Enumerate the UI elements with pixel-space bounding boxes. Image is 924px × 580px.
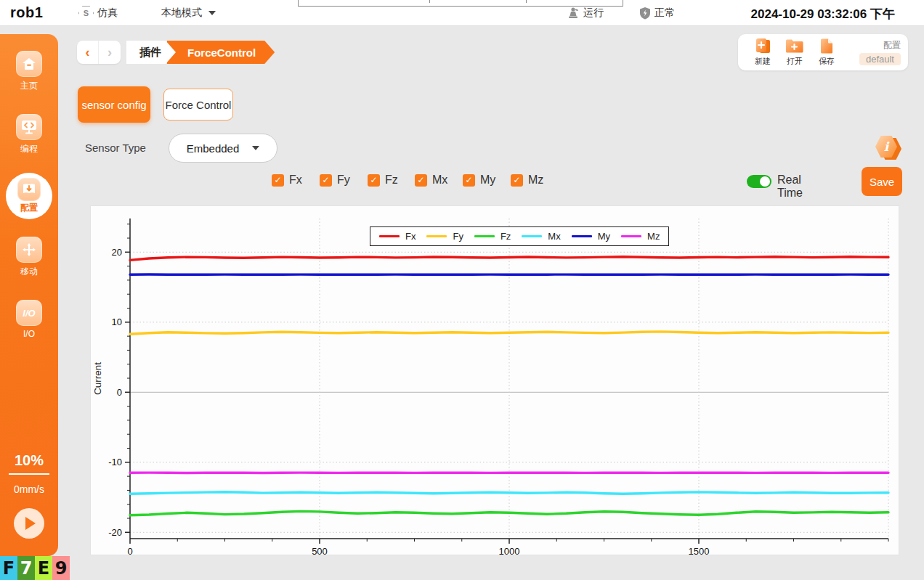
debug-square-1: F (0, 556, 17, 580)
series-line-fz (130, 511, 888, 515)
breadcrumb-plugin[interactable]: 插件 (126, 41, 176, 64)
top-bar: rob1 S 仿真 本地模式 运行 正常 2024-10-29 03:32:06… (0, 0, 924, 26)
simulation-indicator[interactable]: S 仿真 (78, 0, 118, 26)
legend-swatch (474, 235, 495, 238)
checkbox-mx[interactable]: Mx (415, 173, 447, 187)
play-button[interactable] (14, 508, 44, 539)
clock-timestamp: 2024-10-29 03:32:06 下午 (751, 6, 895, 23)
y-tick-label: 10 (112, 316, 122, 327)
save-file-icon (818, 38, 835, 55)
checkbox-fx[interactable]: Fx (272, 173, 302, 187)
config-icon (17, 178, 41, 201)
y-tick-label: -10 (108, 457, 122, 467)
chart-canvas[interactable]: 05001000150020100-10-20Current (91, 206, 900, 556)
checkbox-checked-icon (320, 174, 332, 187)
config-label: 配置 (883, 39, 901, 52)
y-tick-label: 0 (117, 387, 122, 398)
y-axis-title: Current (92, 362, 103, 395)
open-button[interactable]: 打开 (779, 38, 811, 67)
checkbox-label: Mx (432, 173, 447, 187)
legend-entry-fy: Fy (426, 231, 463, 242)
info-button[interactable]: i (875, 135, 901, 161)
play-icon (25, 517, 36, 530)
legend-label: Mx (548, 231, 560, 242)
new-label: 新建 (755, 56, 771, 67)
sidebar-item-programming[interactable]: 编程 (16, 114, 42, 155)
mode-label: 本地模式 (161, 7, 202, 20)
legend-entry-mz: Mz (621, 231, 660, 242)
x-tick-label: 1000 (499, 546, 520, 556)
legend-swatch (621, 235, 641, 238)
checkbox-checked-icon (463, 174, 475, 187)
sidebar-item-io[interactable]: I/O I/O (16, 300, 42, 339)
checkbox-fy[interactable]: Fy (320, 173, 350, 187)
realtime-label: Real Time (777, 173, 803, 200)
x-tick-label: 0 (127, 546, 132, 556)
legend-entry-my: My (572, 231, 610, 242)
speed-percent[interactable]: 10% (15, 452, 44, 469)
sensor-type-label: Sensor Type (85, 142, 146, 154)
y-tick-label: -20 (108, 527, 122, 538)
sidebar-item-label: 配置 (20, 202, 38, 214)
save-button[interactable]: Save (862, 167, 902, 196)
mode-dropdown[interactable]: 本地模式 (161, 0, 216, 26)
checkbox-label: Fy (337, 173, 350, 187)
main-content: ‹ › 插件 ForceControl 新建 打开 (70, 26, 924, 580)
open-label: 打开 (787, 56, 803, 67)
sensor-type-value: Embedded (187, 142, 240, 155)
legend-entry-fx: Fx (379, 231, 416, 242)
sidebar-item-home[interactable]: 主页 (16, 51, 42, 92)
new-button[interactable]: 新建 (747, 38, 779, 67)
legend-swatch (572, 235, 592, 238)
tab-sensor-config[interactable]: sensor config (78, 86, 150, 123)
y-tick-label: 20 (112, 247, 122, 258)
series-line-fx (130, 257, 888, 261)
open-folder-icon (785, 38, 805, 55)
force-chart: FxFyFzMxMyMz 05001000150020100-10-20Curr… (90, 205, 899, 555)
sidebar-item-label: I/O (23, 329, 35, 339)
sidebar-item-move[interactable]: 移动 (16, 237, 42, 278)
x-tick-label: 1500 (689, 546, 710, 556)
new-file-icon (753, 38, 772, 55)
divider (9, 473, 49, 475)
run-status[interactable]: 运行 (567, 0, 604, 26)
forward-button[interactable]: › (99, 41, 121, 64)
chevron-down-icon (208, 11, 216, 15)
tick-mark (526, 0, 527, 3)
sidebar-item-label: 编程 (20, 143, 38, 155)
checkbox-mz[interactable]: Mz (511, 173, 543, 187)
checkbox-checked-icon (415, 174, 427, 187)
tick-mark (429, 0, 430, 3)
health-status[interactable]: 正常 (639, 0, 675, 26)
legend-label: My (598, 231, 610, 242)
io-icon: I/O (16, 300, 42, 326)
sidebar-item-config[interactable]: 配置 (6, 173, 52, 219)
config-value-badge[interactable]: default (859, 53, 901, 65)
back-button[interactable]: ‹ (77, 41, 99, 64)
legend-label: Fy (453, 231, 463, 242)
code-icon (16, 114, 42, 140)
legend-label: Fx (405, 231, 416, 242)
breadcrumb: ‹ › 插件 ForceControl (77, 41, 275, 64)
sidebar-nav: 主页 编程 配置 移动 I/O I/O 10% 0mm/s (0, 34, 58, 556)
legend-label: Fz (500, 231, 511, 242)
speed-block: 10% 0mm/s (9, 452, 49, 556)
breadcrumb-forcecontrol[interactable]: ForceControl (167, 41, 275, 64)
file-toolbar: 新建 打开 保存 配置 default (738, 34, 908, 70)
x-tick-label: 500 (312, 546, 328, 556)
checkbox-my[interactable]: My (463, 173, 495, 187)
save-label: 保存 (819, 56, 835, 67)
legend-entry-fz: Fz (474, 231, 511, 242)
debug-square-4: 9 (52, 556, 70, 580)
checkbox-fz[interactable]: Fz (368, 173, 398, 187)
save-file-button[interactable]: 保存 (811, 38, 843, 67)
chevron-down-icon (252, 146, 259, 150)
checkbox-checked-icon (511, 174, 523, 187)
move-arrows-icon (16, 237, 42, 263)
legend-label: Mz (647, 231, 660, 242)
tab-force-control[interactable]: Force Control (163, 89, 233, 121)
realtime-toggle[interactable] (747, 175, 771, 188)
simulation-label: 仿真 (97, 7, 118, 20)
sensor-type-dropdown[interactable]: Embedded (169, 134, 277, 163)
debug-square-2: 7 (17, 556, 35, 580)
